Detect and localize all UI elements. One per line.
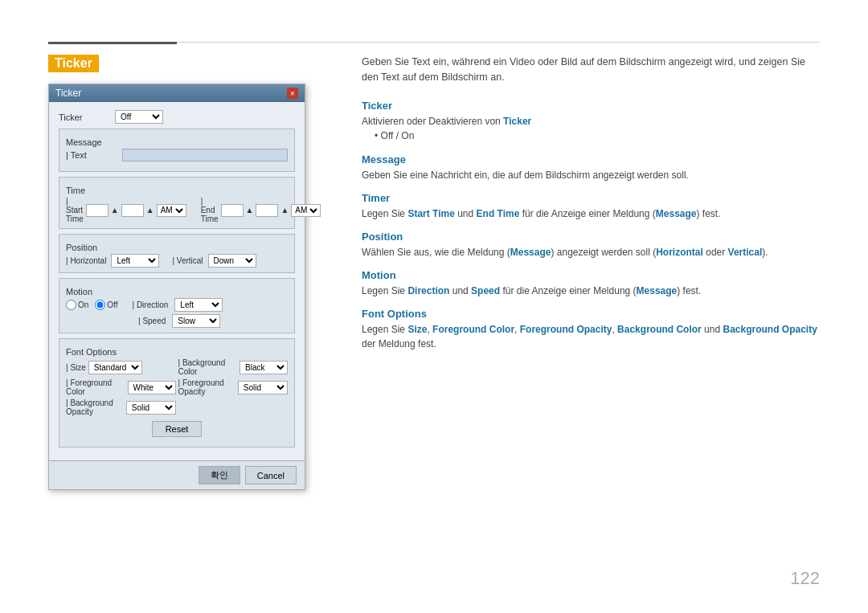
message-group: Message | Text [59, 129, 295, 172]
size-select[interactable]: StandardSmallLarge [88, 361, 142, 374]
motion-on-radio[interactable] [66, 300, 76, 310]
left-panel: Ticker Ticker × Ticker Off On Message | … [48, 55, 346, 490]
speed-select[interactable]: SlowNormalFast [172, 314, 220, 328]
motion-group: Motion On Off | Direction LeftRight [59, 278, 295, 333]
help-ticker: Ticker Aktivieren oder Deaktivieren von … [362, 100, 820, 144]
ticker-row: Ticker Off On [59, 110, 295, 124]
message-group-label: Message [66, 137, 288, 147]
fg-opacity-row: | Foreground Opacity SolidTransparent [178, 378, 289, 396]
motion-on-text: On [78, 300, 88, 309]
top-divider-accent [48, 42, 177, 44]
dialog-close-button[interactable]: × [287, 88, 298, 99]
message-text-row: | Text [66, 149, 288, 161]
end-hour-input[interactable]: 12 [221, 204, 244, 217]
off-label: Off [381, 130, 394, 141]
vertical-select[interactable]: DownUp [208, 254, 256, 268]
motion-group-label: Motion [66, 287, 288, 296]
help-position-desc: Wählen Sie aus, wie die Meldung (Message… [362, 245, 820, 260]
bg-opacity-select[interactable]: SolidTransparent [126, 401, 176, 415]
motion-off-radio[interactable] [95, 300, 105, 310]
help-font: Font Options Legen Sie Size, Foreground … [362, 308, 820, 351]
bg-color-select[interactable]: BlackWhite [240, 361, 288, 374]
help-message: Message Geben Sie eine Nachricht ein, di… [362, 153, 820, 182]
bg-opacity-label: | Background Opacity [66, 398, 124, 416]
size-label: | Size [66, 363, 86, 372]
time-sep1: ▲ [111, 206, 119, 215]
help-motion-desc: Legen Sie Direction und Speed für die An… [362, 284, 820, 298]
speed-row: | Speed SlowNormalFast [66, 314, 288, 328]
dialog-titlebar: Ticker × [49, 84, 305, 102]
direction-select[interactable]: LeftRight [174, 298, 223, 312]
help-message-desc: Geben Sie eine Nachricht ein, die auf de… [362, 168, 820, 182]
bg-color-label: | Background Color [178, 358, 238, 376]
motion-off-text: Off [107, 300, 117, 309]
fg-color-select[interactable]: WhiteBlack [128, 381, 176, 394]
page-number: 122 [790, 568, 820, 589]
end-ampm-select[interactable]: AMPM [291, 204, 321, 217]
horizontal-select[interactable]: LeftRight [111, 254, 159, 268]
horizontal-label: | Horizontal [66, 256, 106, 265]
help-motion: Motion Legen Sie Direction und Speed für… [362, 269, 820, 298]
help-ticker-desc: Aktivieren oder Deaktivieren von Ticker [362, 114, 820, 129]
fg-opacity-select[interactable]: SolidTransparent [238, 381, 288, 394]
font-options-label: Font Options [66, 347, 288, 357]
direction-label: | Direction [133, 300, 169, 309]
help-ticker-title: Ticker [362, 100, 820, 112]
size-row: | Size StandardSmallLarge [66, 358, 176, 376]
help-timer-desc: Legen Sie Start Time und End Time für di… [362, 206, 820, 221]
confirm-button[interactable]: 확인 [199, 466, 240, 484]
time-sep4: ▲ [280, 206, 289, 215]
ticker-field-label: Ticker [59, 112, 115, 122]
time-sep3: ▲ [246, 206, 254, 215]
help-font-desc: Legen Sie Size, Foreground Color, Foregr… [362, 322, 820, 351]
font-options-group: Font Options | Size StandardSmallLarge |… [59, 338, 295, 447]
page-title: Ticker [48, 55, 99, 72]
intro-text: Geben Sie Text ein, während ein Video od… [362, 55, 820, 85]
time-row: | Start Time 12 ▲ 00 ▲ AMPM | End Time 1… [66, 197, 288, 223]
help-font-title: Font Options [362, 308, 820, 320]
font-options-grid: | Size StandardSmallLarge | Background C… [66, 358, 288, 416]
dialog-title: Ticker [55, 88, 81, 99]
start-hour-input[interactable]: 12 [86, 204, 108, 217]
time-group-label: Time [66, 186, 288, 195]
start-time-label: | Start Time [66, 197, 84, 223]
help-ticker-bullet: Off / On [362, 129, 820, 144]
fg-opacity-label: | Foreground Opacity [178, 378, 235, 396]
start-ampm-select[interactable]: AMPM [157, 204, 186, 217]
time-group: Time | Start Time 12 ▲ 00 ▲ AMPM | End T… [59, 177, 295, 229]
right-panel: Geben Sie Text ein, während ein Video od… [362, 55, 820, 361]
dialog-footer: 확인 Cancel [49, 460, 305, 489]
position-group-label: Position [66, 243, 288, 252]
ticker-select[interactable]: Off On [115, 110, 163, 124]
on-label: On [401, 130, 414, 141]
fg-color-row: | Foreground Color WhiteBlack [66, 378, 176, 396]
position-group: Position | Horizontal LeftRight | Vertic… [59, 234, 295, 273]
dialog-body: Ticker Off On Message | Text Time | Star… [49, 102, 305, 460]
motion-row: On Off | Direction LeftRight [66, 298, 288, 312]
text-label: | Text [66, 150, 122, 160]
motion-on-label[interactable]: On [66, 300, 88, 310]
fg-color-label: | Foreground Color [66, 378, 125, 396]
end-min-input[interactable]: 03 [256, 204, 278, 217]
bg-opacity-row: | Background Opacity SolidTransparent [66, 398, 176, 416]
help-position-title: Position [362, 231, 820, 243]
vertical-label: | Vertical [172, 256, 203, 265]
cancel-button[interactable]: Cancel [245, 466, 297, 484]
help-timer: Timer Legen Sie Start Time und End Time … [362, 192, 820, 221]
help-position: Position Wählen Sie aus, wie die Meldung… [362, 231, 820, 260]
message-text-input[interactable] [122, 149, 288, 161]
reset-button[interactable]: Reset [152, 421, 203, 437]
help-motion-title: Motion [362, 269, 820, 281]
bg-color-row: | Background Color BlackWhite [178, 358, 289, 376]
motion-off-label[interactable]: Off [95, 300, 117, 310]
time-sep2: ▲ [146, 206, 154, 215]
position-row: | Horizontal LeftRight | Vertical DownUp [66, 254, 288, 268]
end-time-label: | End Time [201, 197, 219, 223]
start-min-input[interactable]: 00 [121, 204, 144, 217]
speed-label: | Speed [138, 317, 166, 325]
ticker-dialog: Ticker × Ticker Off On Message | Text [48, 84, 305, 490]
help-message-title: Message [362, 153, 820, 166]
help-timer-title: Timer [362, 192, 820, 204]
